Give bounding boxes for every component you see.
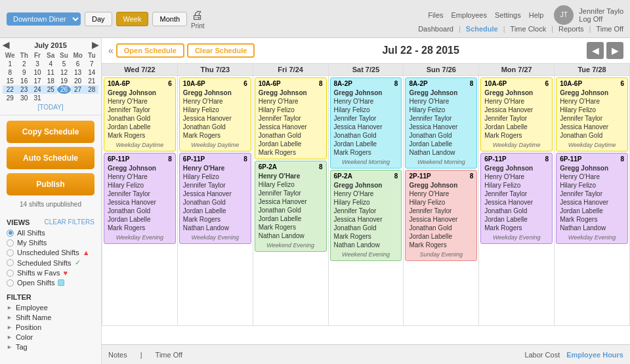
cal-day[interactable]: 14 <box>85 68 98 77</box>
cal-day[interactable]: 23 <box>18 85 31 94</box>
cal-day[interactable]: 2 <box>18 60 31 68</box>
cal-day[interactable]: 13 <box>71 68 85 77</box>
view-favs-shifts[interactable]: Shifts w Favs ♥ <box>7 269 94 277</box>
filter-color[interactable]: ► Color <box>7 333 94 341</box>
cal-day[interactable]: 26 <box>57 85 70 94</box>
nav-timeoff[interactable]: Time Off <box>596 25 623 33</box>
open-schedule-btn[interactable]: Open Schedule <box>116 43 184 58</box>
cal-day[interactable]: 18 <box>44 77 57 85</box>
nav-dashboard[interactable]: Dashboard <box>418 25 453 33</box>
shift-block[interactable]: 10A-6P8Gregg JohnsonHenry O'HareHilary F… <box>255 77 327 159</box>
today-link[interactable]: [TODAY] <box>3 102 98 112</box>
cal-day[interactable]: 12 <box>57 68 70 77</box>
employee-hours-btn[interactable]: Employee Hours <box>566 351 623 359</box>
copy-schedule-btn[interactable]: Copy Schedule <box>7 121 94 143</box>
shift-block[interactable]: 6P-11P8Gregg JohnsonHenry O'HareHilary F… <box>104 153 176 244</box>
shift-block[interactable]: 6P-2A8Henry O'HareHilary FelizoJennifer … <box>255 161 327 252</box>
filter-tag[interactable]: ► Tag <box>7 343 94 351</box>
cal-day[interactable]: 27 <box>71 85 85 94</box>
cal-day[interactable] <box>85 94 98 102</box>
nav-links-top: Files Employees Settings Help <box>428 11 543 19</box>
cal-day[interactable]: 20 <box>71 77 85 85</box>
cal-day[interactable]: 31 <box>31 94 44 102</box>
shift-block[interactable]: 8A-2P8Gregg JohnsonHenry O'HareHilary Fe… <box>330 77 402 169</box>
day-column: Thu 7/2310A-6P6Gregg JohnsonHenry O'Hare… <box>178 64 253 326</box>
store-select[interactable]: Downtown Diner <box>7 12 81 26</box>
shift-block[interactable]: 8A-2P8Gregg JohnsonHenry O'HareHilary Fe… <box>405 77 477 169</box>
cal-day[interactable] <box>44 94 57 102</box>
cal-day[interactable]: 1 <box>3 60 18 68</box>
prev-week-btn[interactable]: ◀ <box>587 42 604 59</box>
view-week-btn[interactable]: Week <box>116 12 149 26</box>
publish-btn[interactable]: Publish <box>7 173 94 195</box>
cal-day[interactable]: 25 <box>44 85 57 94</box>
employee-name: Jordan Labelle <box>259 214 323 223</box>
filter-position[interactable]: ► Position <box>7 323 94 331</box>
cal-day[interactable]: 30 <box>18 94 31 102</box>
cal-day[interactable]: 21 <box>85 77 98 85</box>
cal-day[interactable]: 6 <box>71 60 85 68</box>
nav-files[interactable]: Files <box>428 11 443 19</box>
notes-link[interactable]: Notes <box>108 351 127 359</box>
employee-name: Henry O'Hare <box>108 172 172 181</box>
nav-settings[interactable]: Settings <box>495 11 521 19</box>
day-header: Thu 7/23 <box>178 64 253 76</box>
cal-day[interactable] <box>57 94 70 102</box>
cal-day[interactable]: 22 <box>3 85 18 94</box>
shift-block[interactable]: 10A-6P6Gregg JohnsonHenry O'HareHilary F… <box>556 77 628 152</box>
shift-block[interactable]: 6P-2A8Gregg JohnsonHenry O'HareHilary Fe… <box>330 170 402 261</box>
log-off-btn[interactable]: Log Off <box>579 15 623 23</box>
cal-day[interactable]: 29 <box>3 94 18 102</box>
cal-day[interactable]: 9 <box>18 68 31 77</box>
shift-block[interactable]: 6P-11P8Henry O'HareHilary FelizoJennifer… <box>179 153 251 244</box>
nav-employees[interactable]: Employees <box>452 11 487 19</box>
unpublished-count: 14 shifts unpublished <box>7 199 94 209</box>
cal-day[interactable]: 8 <box>3 68 18 77</box>
next-week-btn[interactable]: ▶ <box>606 42 623 59</box>
nav-reports[interactable]: Reports <box>558 25 584 33</box>
shift-block[interactable]: 2P-11P8Gregg JohnsonHenry O'HareHilary F… <box>405 170 477 261</box>
print-button[interactable]: 🖨 Print <box>191 9 205 30</box>
timeoff-link[interactable]: Time Off <box>156 351 183 359</box>
view-open-shifts[interactable]: Open Shifts <box>7 279 94 287</box>
view-day-btn[interactable]: Day <box>85 12 112 26</box>
auto-schedule-btn[interactable]: Auto Schedule <box>7 147 94 169</box>
cal-day[interactable]: 5 <box>57 60 70 68</box>
nav-help[interactable]: Help <box>529 11 544 19</box>
cal-day[interactable]: 4 <box>44 60 57 68</box>
cal-day[interactable]: 17 <box>31 77 44 85</box>
view-all-shifts[interactable]: All Shifts <box>7 229 94 237</box>
filter-employee[interactable]: ► Employee <box>7 304 94 312</box>
cal-day[interactable]: 15 <box>3 77 18 85</box>
view-my-shifts[interactable]: My Shifts <box>7 239 94 247</box>
cal-day[interactable]: 11 <box>44 68 57 77</box>
clear-schedule-btn[interactable]: Clear Schedule <box>187 43 255 58</box>
nav-schedule[interactable]: Schedule <box>466 25 498 33</box>
view-scheduled-shifts[interactable]: Scheduled Shifts ✓ <box>7 258 94 267</box>
shift-block[interactable]: 6P-11P8Gregg JohnsonHenry O'HareHilary F… <box>556 153 628 244</box>
cal-next-btn[interactable]: ▶ <box>92 41 98 49</box>
shift-block[interactable]: 10A-6P6Gregg JohnsonHenry O'HareJennifer… <box>104 77 176 152</box>
employee-name: Jennifer Taylor <box>334 114 398 123</box>
filter-shiftname[interactable]: ► Shift Name <box>7 313 94 321</box>
view-month-btn[interactable]: Month <box>152 12 187 26</box>
shift-block[interactable]: 6P-11P8Gregg JohnsonHenry O'HareHilary F… <box>480 153 553 244</box>
cal-day[interactable]: 24 <box>31 85 44 94</box>
cal-day[interactable] <box>71 94 85 102</box>
shift-label: Weekday Daytime <box>108 141 172 149</box>
view-unscheduled-shifts[interactable]: Unscheduled Shifts ▲ <box>7 249 94 256</box>
collapse-btn[interactable]: « <box>108 45 114 56</box>
cal-day[interactable]: 19 <box>57 77 70 85</box>
cal-day[interactable]: 16 <box>18 77 31 85</box>
cal-day[interactable]: 10 <box>31 68 44 77</box>
cal-prev-btn[interactable]: ◀ <box>3 41 9 49</box>
cal-day[interactable]: 3 <box>31 60 44 68</box>
user-name[interactable]: Jennifer Taylo <box>579 7 623 15</box>
cal-day[interactable]: 7 <box>85 60 98 68</box>
employee-name: Gregg Johnson <box>259 89 323 97</box>
clear-filters-btn[interactable]: CLEAR FILTERS <box>45 218 95 226</box>
shift-block[interactable]: 10A-6P6Gregg JohnsonHenry O'HareHilary F… <box>179 77 251 152</box>
nav-timeclock[interactable]: Time Clock <box>511 25 547 33</box>
cal-day[interactable]: 28 <box>85 85 98 94</box>
shift-block[interactable]: 10A-6P6Gregg JohnsonHenry O'HareJessica … <box>480 77 553 152</box>
